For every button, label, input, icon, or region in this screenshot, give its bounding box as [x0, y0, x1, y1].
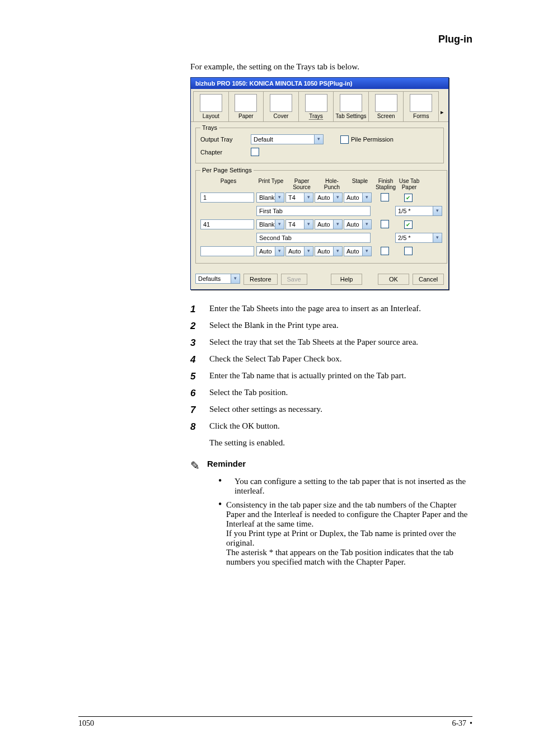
page-footer: 1050 6-37• [78, 716, 472, 728]
pps-row: 1 Blank▾ T4▾ Auto▾ Auto▾ ✔ [200, 192, 442, 203]
pages-input[interactable]: 41 [200, 219, 254, 229]
step-5: 5Enter the Tab name that is actually pri… [190, 371, 472, 382]
reminder-icon: ✎ [190, 459, 207, 472]
hole-punch-select[interactable]: Auto▾ [315, 219, 343, 229]
restore-button[interactable]: Restore [243, 274, 278, 285]
chapter-label: Chapter [200, 149, 251, 156]
tab-layout[interactable]: Layout [193, 91, 229, 121]
pps-legend: Per Page Settings [200, 167, 254, 173]
staple-select[interactable]: Auto▾ [344, 192, 372, 203]
tab-forms[interactable]: Forms [403, 91, 439, 121]
paper-source-select[interactable]: T4▾ [285, 192, 313, 203]
chapter-header: Plug-in [78, 34, 472, 45]
closing-text: The setting is enabled. [209, 438, 472, 448]
step-8: 8Click the OK button. [190, 421, 472, 433]
hole-punch-select[interactable]: Auto▾ [315, 246, 343, 256]
per-page-settings-group: Per Page Settings Pages Print Type Paper… [195, 167, 447, 264]
bullet-2: • Consistency in the tab paper size and … [218, 500, 472, 567]
tab-position-select[interactable]: 2/5 *▾ [395, 233, 442, 243]
tab-trays[interactable]: Trays [298, 91, 334, 121]
tab-position-select[interactable]: 1/5 *▾ [395, 206, 442, 216]
column-headers: Pages Print Type Paper Source Hole-Punch… [200, 178, 442, 190]
tab-tab-settings[interactable]: Tab Settings [333, 91, 369, 121]
print-type-select[interactable]: Auto▾ [256, 246, 284, 256]
pages-input[interactable]: 1 [200, 192, 254, 203]
paper-source-select[interactable]: Auto▾ [285, 246, 313, 256]
pages-input[interactable] [200, 246, 254, 256]
chevron-down-icon: ▾ [314, 135, 323, 144]
use-tab-check[interactable]: ✔ [404, 194, 413, 202]
footer-page: 6-37 [452, 719, 466, 728]
step-3: 3Select the tray that set the Tab Sheets… [190, 337, 472, 349]
trays-legend: Trays [200, 124, 219, 131]
use-tab-check[interactable]: ✔ [404, 220, 413, 229]
step-7: 7Select other settings as necessary. [190, 405, 472, 416]
defaults-select[interactable]: Defaults▾ [195, 274, 240, 284]
use-tab-check[interactable] [404, 247, 413, 255]
pps-row: Auto▾ Auto▾ Auto▾ Auto▾ [200, 246, 442, 256]
finish-stapling-check[interactable] [381, 247, 389, 255]
pps-row: 41 Blank▾ T4▾ Auto▾ Auto▾ ✔ [200, 219, 442, 229]
footer-model: 1050 [78, 719, 94, 728]
dialog-title: bizhub PRO 1050: KONICA MINOLTA 1050 PS(… [191, 78, 448, 89]
tab-strip: Layout Paper Cover Trays Tab Settings Sc… [191, 89, 448, 122]
chapter-check[interactable] [251, 148, 259, 156]
bullet-1: •You can configure a setting to the tab … [218, 477, 472, 496]
dialog-buttons: Defaults▾ Restore Save Help OK Cancel [191, 271, 448, 289]
hole-punch-select[interactable]: Auto▾ [315, 192, 343, 203]
paper-source-select[interactable]: T4▾ [285, 219, 313, 229]
reminder-heading: ✎ Reminder [190, 459, 472, 472]
output-tray-select[interactable]: Default▾ [251, 134, 324, 144]
finish-stapling-check[interactable] [381, 193, 389, 201]
step-1: 1Enter the Tab Sheets into the page area… [190, 304, 472, 315]
ok-button[interactable]: OK [378, 274, 409, 285]
tab-name-row: Second Tab 2/5 *▾ [200, 233, 442, 243]
pile-permission-label: Pile Permission [351, 136, 394, 143]
pile-permission-check[interactable] [340, 135, 349, 144]
step-2: 2Select the Blank in the Print type area… [190, 321, 472, 332]
tab-cover[interactable]: Cover [263, 91, 299, 121]
help-button[interactable]: Help [331, 274, 362, 285]
output-tray-label: Output Tray [200, 136, 251, 143]
staple-select[interactable]: Auto▾ [344, 219, 372, 229]
save-button: Save [281, 274, 307, 285]
trays-group: Trays Output Tray Default▾ Pile Permissi… [195, 124, 444, 163]
tab-screen[interactable]: Screen [368, 91, 404, 121]
tab-name-input[interactable]: Second Tab [256, 233, 371, 243]
intro-text: For example, the setting on the Trays ta… [190, 62, 472, 72]
print-type-select[interactable]: Blank▾ [256, 219, 284, 229]
step-6: 6Select the Tab position. [190, 388, 472, 399]
tab-name-input[interactable]: First Tab [256, 206, 371, 216]
finish-stapling-check[interactable] [381, 220, 389, 228]
print-dialog: bizhub PRO 1050: KONICA MINOLTA 1050 PS(… [190, 77, 449, 290]
footer-bullet-icon: • [470, 719, 472, 728]
cancel-button[interactable]: Cancel [413, 274, 444, 285]
tab-name-row: First Tab 1/5 *▾ [200, 206, 442, 216]
tabs-scroll-right-icon[interactable]: ▸ [438, 109, 446, 121]
staple-select[interactable]: Auto▾ [344, 246, 372, 256]
tab-paper[interactable]: Paper [228, 91, 264, 121]
print-type-select[interactable]: Blank▾ [256, 192, 284, 203]
step-4: 4Check the Select Tab Paper Check box. [190, 354, 472, 365]
